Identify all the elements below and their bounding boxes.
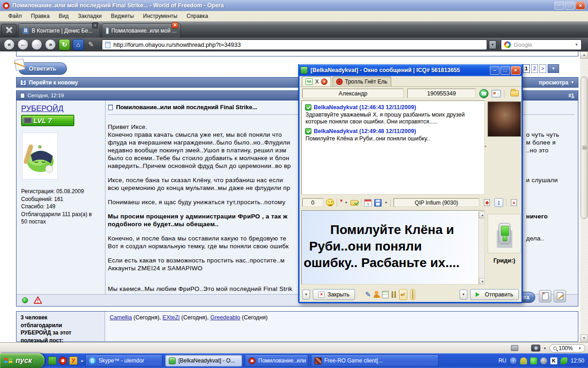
thanks-user-link[interactable]: EXteZi: [162, 314, 180, 321]
task-skype[interactable]: Skype™ - ulemdor: [85, 355, 162, 367]
minimize-button[interactable]: –: [555, 1, 564, 10]
images-dropdown-icon[interactable]: [543, 346, 547, 351]
maximize-button[interactable]: □: [565, 1, 575, 10]
search-dropdown-icon[interactable]: [575, 43, 578, 47]
thanks-user-link[interactable]: Camellia: [110, 314, 132, 321]
contact-uin-field[interactable]: 190955349: [407, 89, 476, 98]
scroll-up-icon[interactable]: ▲: [580, 51, 588, 59]
language-indicator[interactable]: RU: [499, 357, 506, 364]
home-button[interactable]: ⌂: [72, 39, 84, 50]
menu-file[interactable]: Файл: [4, 13, 27, 19]
quote-insert-icon[interactable]: [340, 200, 342, 206]
tab-vkontakte[interactable]: В Контакте | Денис Бе...: [18, 23, 100, 38]
menu-bookmarks[interactable]: Закладки: [73, 13, 106, 19]
quote-dropdown-icon[interactable]: [344, 201, 348, 204]
tab-close-icon[interactable]: [92, 22, 98, 28]
panels-icon[interactable]: [511, 345, 518, 351]
message-input[interactable]: Помилуйте Клёна и Руби..они поняли ошибк…: [301, 210, 485, 284]
tray-chevron-icon[interactable]: [510, 357, 517, 364]
chat-tab-x[interactable]: X: [302, 77, 331, 86]
goto-new-link[interactable]: Перейти к новому: [29, 79, 78, 86]
send-options-dropdown[interactable]: [460, 290, 467, 300]
tray-icon-kaspersky[interactable]: [550, 357, 557, 364]
save-dropdown-icon[interactable]: [384, 201, 388, 204]
address-dropdown-icon[interactable]: [489, 40, 496, 49]
clock[interactable]: 12:50: [571, 357, 584, 364]
save-icon[interactable]: [374, 199, 382, 206]
tab-close-icon[interactable]: [172, 22, 178, 28]
fast-forward-button[interactable]: »: [45, 39, 56, 50]
menu-view[interactable]: Вид: [54, 13, 73, 19]
quick-launch-icon-3[interactable]: [69, 357, 78, 365]
post-number-link[interactable]: 1: [571, 93, 574, 98]
quick-settings-button[interactable]: [1, 24, 17, 36]
quick-launch-more-icon[interactable]: [81, 358, 83, 363]
panel-collapse-icon[interactable]: [485, 144, 487, 148]
tray-icon-qip[interactable]: [560, 357, 567, 364]
chat-tab-close-icon[interactable]: [321, 78, 327, 85]
back-button[interactable]: ←: [17, 39, 28, 50]
scroll-down-icon[interactable]: ▼: [580, 335, 588, 342]
thanks-user-link[interactable]: Greedeablo: [210, 314, 240, 321]
zoom-dropdown-icon[interactable]: [578, 346, 582, 351]
qip-title-bar[interactable]: [BelkaNeadykvat] - Окно сообщений | ICQ#…: [298, 64, 523, 76]
task-opera[interactable]: Помилование..или м...: [245, 355, 308, 367]
zoom-control[interactable]: 100%: [549, 344, 585, 352]
report-warning-icon[interactable]: [33, 296, 42, 306]
call-icon[interactable]: [479, 89, 488, 98]
note-pencil-icon[interactable]: ✎: [88, 40, 94, 49]
clear-message-button[interactable]: [482, 198, 492, 207]
reply-button[interactable]: Ответить: [18, 62, 67, 75]
menu-edit[interactable]: Правка: [27, 13, 55, 19]
tray-icon-volume[interactable]: [540, 357, 547, 364]
menu-help[interactable]: Справка: [182, 13, 213, 19]
scroll-up-icon[interactable]: ▲: [479, 212, 485, 218]
address-input[interactable]: http://forum.ohayou.ru/showthread.php?t=…: [102, 39, 487, 50]
page-next-link[interactable]: >: [539, 64, 546, 73]
tray-icon-agent[interactable]: [520, 357, 527, 364]
start-button[interactable]: пуск: [0, 353, 44, 368]
close-options-dropdown[interactable]: [302, 290, 310, 300]
send-button[interactable]: Отправить: [470, 289, 519, 300]
add-user-icon[interactable]: [374, 291, 379, 298]
split-resize-icon[interactable]: [494, 198, 503, 207]
tools-icon[interactable]: [392, 291, 396, 298]
forward-button[interactable]: →: [31, 39, 42, 50]
rewind-button[interactable]: «: [4, 39, 15, 50]
virtual-keyboard-toggle[interactable]: [410, 289, 415, 300]
smiley-icon[interactable]: [326, 199, 334, 206]
qip-close-button[interactable]: ×: [511, 66, 521, 75]
close-chat-button[interactable]: [509, 198, 519, 207]
history-folder-icon[interactable]: [510, 90, 519, 96]
view-options-link[interactable]: просмотра: [539, 79, 568, 86]
qip-minimize-button[interactable]: –: [490, 66, 499, 75]
tray-icon-antivirus[interactable]: [530, 357, 537, 364]
contact-name-field[interactable]: Александр: [302, 89, 404, 98]
view-options-dropdown-icon[interactable]: [571, 80, 574, 84]
post-author-link[interactable]: РУБЕРОЙД: [21, 104, 63, 113]
task-freero[interactable]: Free-RO Game client[...: [311, 355, 438, 367]
task-qip[interactable]: [BelkaNeadykvat] - O...: [165, 355, 242, 367]
quick-launch-icon-1[interactable]: [48, 357, 56, 365]
quick-reply-button[interactable]: [554, 290, 566, 302]
scroll-down-icon[interactable]: ▼: [479, 278, 485, 284]
history-calendar-icon[interactable]: [364, 199, 372, 206]
images-toggle-icon[interactable]: [531, 345, 540, 351]
page-scrollbar[interactable]: ▲ ▼: [580, 51, 588, 342]
send-on-enter-toggle[interactable]: [399, 289, 408, 300]
chat-tab-troll[interactable]: Тролль Гнёт Ель: [333, 77, 391, 86]
menu-widgets[interactable]: Виджеты: [106, 13, 139, 19]
menu-tools[interactable]: Инструменты: [139, 13, 182, 19]
reload-button[interactable]: ↻: [59, 39, 70, 50]
close-button[interactable]: ×: [576, 1, 585, 10]
input-scrollbar[interactable]: ▲ ▼: [478, 212, 485, 284]
page-dropdown-icon[interactable]: [548, 64, 559, 73]
status-text[interactable]: Гриди:): [488, 257, 521, 264]
qip-maximize-button[interactable]: □: [500, 66, 510, 75]
spellcheck-icon[interactable]: [350, 200, 358, 206]
font-style-icon[interactable]: [365, 290, 371, 299]
contact-card-icon[interactable]: [492, 90, 501, 97]
page-link[interactable]: 2: [531, 64, 538, 73]
quick-launch-opera-icon[interactable]: [59, 357, 67, 365]
close-chat-window-button[interactable]: Закрыть: [313, 289, 355, 300]
